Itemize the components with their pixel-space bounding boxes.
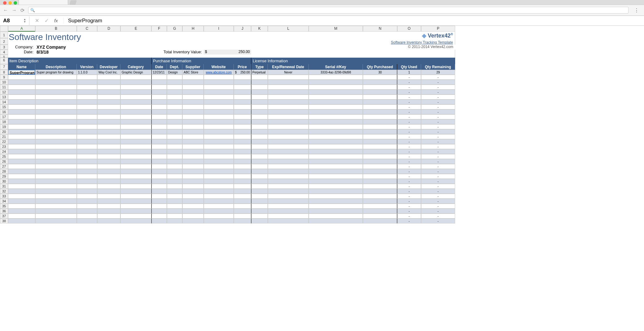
cell-empty[interactable] (151, 174, 167, 179)
cell-empty[interactable] (204, 95, 234, 99)
hdr-supplier[interactable]: Supplier (182, 64, 204, 70)
row-header-11[interactable]: 11 (0, 85, 8, 90)
cell-empty[interactable] (167, 164, 182, 169)
cell-empty[interactable] (35, 99, 77, 104)
cell-empty[interactable] (151, 129, 167, 134)
cell-empty[interactable] (8, 85, 35, 90)
hdr-date[interactable]: Date (151, 64, 167, 70)
cell-empty[interactable] (120, 114, 151, 119)
cell-empty[interactable] (234, 179, 251, 184)
cell-empty[interactable] (268, 199, 309, 204)
cell-empty[interactable] (251, 179, 268, 184)
cell-empty[interactable] (151, 214, 167, 218)
cell-empty[interactable]: - (397, 85, 421, 90)
cell-empty[interactable] (234, 209, 251, 214)
cell-empty[interactable] (8, 159, 35, 164)
cell-empty[interactable] (204, 214, 234, 218)
cell-empty[interactable] (167, 134, 182, 139)
cell-empty[interactable] (120, 80, 151, 85)
cell-empty[interactable] (77, 159, 97, 164)
cell-empty[interactable]: - (421, 90, 455, 95)
cell-empty[interactable] (120, 109, 151, 114)
cell-empty[interactable]: - (421, 85, 455, 90)
col-header-L[interactable]: L (268, 26, 309, 32)
cell-empty[interactable] (8, 184, 35, 189)
cell-empty[interactable] (234, 104, 251, 109)
cell-empty[interactable] (234, 174, 251, 179)
cell-price[interactable]: $250.00 (234, 70, 251, 75)
cell-empty[interactable] (268, 119, 309, 124)
cell-empty[interactable] (120, 85, 151, 90)
row-header-10[interactable]: 10 (0, 80, 8, 85)
cell-supplier[interactable]: ABC Store (182, 70, 204, 75)
col-header-A[interactable]: A (8, 26, 35, 32)
cell-empty[interactable] (151, 189, 167, 194)
cell-empty[interactable] (251, 129, 268, 134)
cell-empty[interactable] (251, 85, 268, 90)
cell-empty[interactable] (167, 114, 182, 119)
col-header-F[interactable]: F (151, 26, 167, 32)
cell-dev[interactable]: Way Cool Inc. (97, 70, 120, 75)
cell-empty[interactable] (268, 124, 309, 129)
cell-empty[interactable] (120, 75, 151, 80)
hdr-description[interactable]: Description (35, 64, 77, 70)
cell-empty[interactable] (167, 139, 182, 144)
cell-empty[interactable] (167, 149, 182, 154)
cell-desc[interactable]: Super program for drawing (35, 70, 77, 75)
new-tab-button[interactable] (69, 0, 77, 5)
cell-empty[interactable] (182, 95, 204, 99)
back-button[interactable]: ← (3, 7, 8, 13)
cell-empty[interactable] (97, 75, 120, 80)
cell-empty[interactable] (167, 95, 182, 99)
hdr-dept[interactable]: Dept. (167, 64, 182, 70)
cell-empty[interactable] (234, 199, 251, 204)
cell-empty[interactable] (120, 154, 151, 159)
cell-empty[interactable] (167, 159, 182, 164)
cell-empty[interactable] (167, 194, 182, 199)
cell-empty[interactable]: - (421, 184, 455, 189)
hdr-website[interactable]: Website (204, 64, 234, 70)
row-header-8[interactable]: 8 (0, 70, 8, 75)
cell-empty[interactable] (151, 184, 167, 189)
cell-empty[interactable] (363, 75, 397, 80)
cell-empty[interactable] (35, 169, 77, 174)
cell-empty[interactable] (251, 119, 268, 124)
name-box[interactable]: A8 ▲▼ (0, 16, 29, 25)
cell-empty[interactable] (204, 184, 234, 189)
cell-empty[interactable] (234, 218, 251, 223)
cell-empty[interactable] (251, 218, 268, 223)
cell-empty[interactable] (8, 109, 35, 114)
cell-empty[interactable] (167, 218, 182, 223)
cell-empty[interactable] (97, 80, 120, 85)
cell-empty[interactable] (77, 119, 97, 124)
cell-empty[interactable] (167, 124, 182, 129)
cell-empty[interactable] (182, 164, 204, 169)
row-header-13[interactable]: 13 (0, 95, 8, 99)
cell-empty[interactable]: - (397, 179, 421, 184)
cell-empty[interactable] (363, 218, 397, 223)
section-item-description[interactable]: Item Description (8, 58, 151, 64)
cell-empty[interactable]: - (421, 214, 455, 218)
cell-empty[interactable] (35, 194, 77, 199)
cell-empty[interactable] (120, 179, 151, 184)
cell-empty[interactable]: - (421, 149, 455, 154)
row-header-14[interactable]: 14 (0, 99, 8, 104)
cell-empty[interactable] (167, 85, 182, 90)
cell-empty[interactable] (309, 204, 363, 209)
cell-empty[interactable] (8, 114, 35, 119)
spreadsheet-grid[interactable]: A B C D E F G H I J K L M N O P 12 Softw… (0, 26, 644, 223)
cell-empty[interactable] (182, 99, 204, 104)
row-header-26[interactable]: 26 (0, 159, 8, 164)
cell-empty[interactable] (8, 144, 35, 149)
cell-empty[interactable] (309, 129, 363, 134)
cell-empty[interactable] (35, 80, 77, 85)
cell-empty[interactable] (77, 99, 97, 104)
cell-cat[interactable]: Graphic Design (120, 70, 151, 75)
cell-empty[interactable] (182, 109, 204, 114)
row-header-5[interactable]: 5 (0, 55, 8, 58)
col-header-K[interactable]: K (251, 26, 268, 32)
cell-empty[interactable] (363, 90, 397, 95)
cell-empty[interactable] (35, 174, 77, 179)
row-header-6[interactable]: 6 (0, 58, 8, 64)
cell-empty[interactable] (167, 154, 182, 159)
